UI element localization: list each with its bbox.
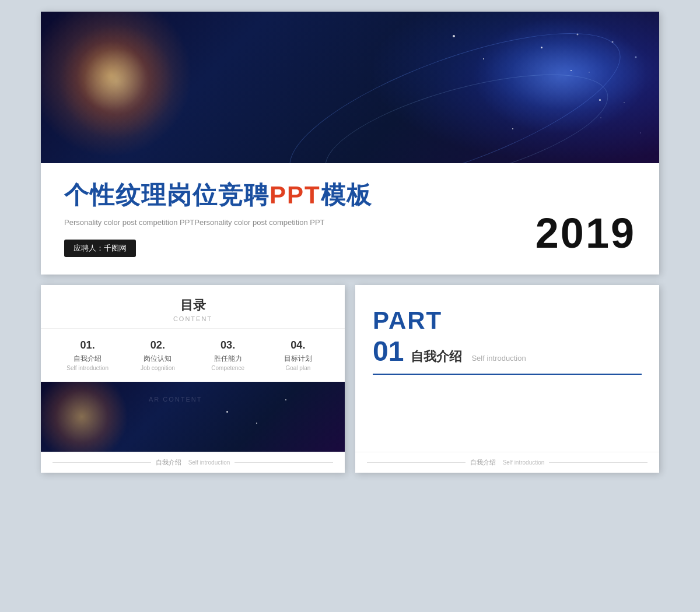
part-title-english: Self introduction [471,354,526,363]
applicant-text: 应聘人：千图网 [74,244,127,252]
part-title-chinese: 自我介绍 [411,348,462,365]
footer-divider-right [235,462,333,463]
footer-zh: 自我介绍 [470,458,496,467]
toc-header: 目录 CONTENT [41,285,345,329]
toc-en-2: Job cognition [123,365,192,371]
part-row: 01 自我介绍 Self introduction [373,337,642,365]
slide-subtitle: Personality color post competition PPTPe… [64,217,368,229]
slide-3-footer: 自我介绍 Self introduction [355,452,659,473]
slide-2-mini-banner [41,382,345,452]
part-divider [373,374,642,375]
toc-num-3: 03. [193,339,263,351]
hero-banner [41,12,659,163]
toc-num-4: 04. [263,339,333,351]
toc-en-1: Self introduction [52,365,123,371]
title-ppt-part: PPT [270,181,321,209]
toc-item-1: 01. 自我介绍 Self introduction [52,339,123,371]
toc-item-2: 02. 岗位认知 Job cognition [123,339,192,371]
toc-zh-3: 胜任能力 [193,354,263,364]
footer-en: Self introduction [503,459,545,466]
toc-num-2: 02. [123,339,192,351]
title-template-part: 模板 [321,181,372,209]
star-dot [226,411,228,413]
title-chinese-part: 个性纹理岗位竞聘 [64,181,270,209]
part-number: 01 [373,337,404,365]
toc-items-container: 01. 自我介绍 Self introduction 02. 岗位认知 Job … [41,329,345,382]
slide-1-body: 个性纹理岗位竞聘PPT模板 Personality color post com… [41,163,659,275]
toc-item-3: 03. 胜任能力 Competence [193,339,263,371]
footer-en: Self introduction [188,459,230,466]
toc-zh-2: 岗位认知 [123,354,192,364]
toc-en-4: Goal plan [263,365,333,371]
toc-zh-4: 目标计划 [263,354,333,364]
star-dot [453,35,455,37]
star-dot [541,47,542,48]
star-dot [483,58,484,59]
slide-3-body: PART 01 自我介绍 Self introduction [355,285,659,452]
footer-divider-left [52,462,151,463]
slide-2-footer: 自我介绍 Self introduction [41,452,345,473]
toc-en-3: Competence [193,365,263,371]
footer-divider-right [549,462,648,463]
star-dot [599,99,601,101]
applicant-badge: 应聘人：千图网 [64,240,136,257]
star-dot [285,399,286,400]
year-display: 2019 [536,209,636,257]
slide-title: 个性纹理岗位竞聘PPT模板 [64,181,636,210]
star-dot [512,128,513,129]
slide-1: 个性纹理岗位竞聘PPT模板 Personality color post com… [41,12,659,275]
part-label: PART [373,308,642,333]
footer-zh: 自我介绍 [156,458,181,467]
slide-3-part01: PART 01 自我介绍 Self introduction 自我介绍 Self… [355,285,659,473]
toc-num-1: 01. [52,339,123,351]
toc-title-chinese: 目录 [52,297,333,314]
footer-divider-left [367,462,466,463]
bottom-row: 目录 CONTENT 01. 自我介绍 Self introduction 02… [41,285,659,473]
star-dot [256,423,257,424]
toc-zh-1: 自我介绍 [52,354,123,364]
toc-title-english: CONTENT [52,315,333,322]
slide-2-toc: 目录 CONTENT 01. 自我介绍 Self introduction 02… [41,285,345,473]
star-dot [570,70,572,71]
toc-item-4: 04. 目标计划 Goal plan [263,339,333,371]
